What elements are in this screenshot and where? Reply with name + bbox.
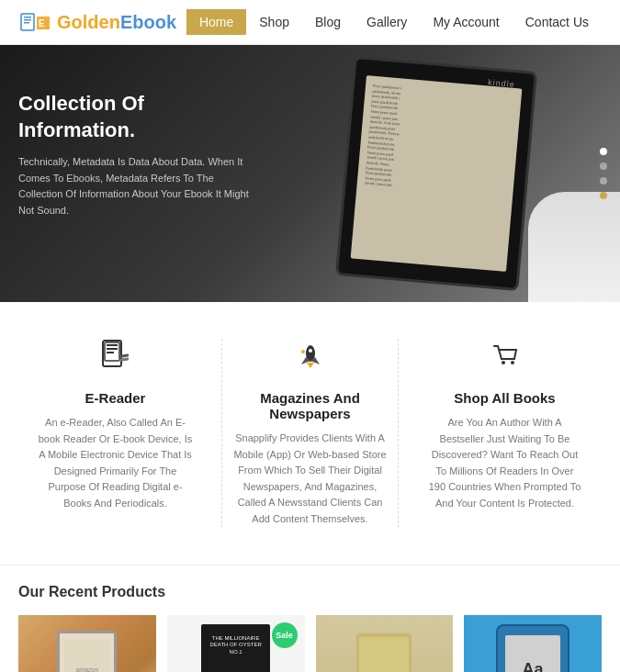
slider-dot-4[interactable] <box>600 192 607 199</box>
svg-point-19 <box>301 350 305 353</box>
feature-shop: Shop All Books Are You An Author With A … <box>417 339 592 528</box>
slider-dot-2[interactable] <box>600 162 607 170</box>
svg-rect-23 <box>359 637 409 672</box>
slider-dots[interactable] <box>600 148 607 199</box>
hero-description: Technically, Metadata Is Data About Data… <box>18 154 257 218</box>
recent-products-section: Our Recent Products amazon Sale THE MILL… <box>0 566 620 672</box>
product-book-cover: THE MILLIONAIRE DEATH OF OYSTER NO.1 TIM… <box>201 624 270 672</box>
nav-gallery[interactable]: Gallery <box>354 9 420 35</box>
nav-shop[interactable]: Shop <box>246 9 302 35</box>
font-label: Aa <box>523 660 544 672</box>
nav-my-account[interactable]: My Account <box>420 9 512 35</box>
feature-magazines: Magazines And Newspapers Snapplify Provi… <box>221 339 399 528</box>
svg-rect-8 <box>107 344 118 346</box>
amazon-label: amazon <box>75 666 98 672</box>
hero-text-block: Collection Of Information. Technically, … <box>18 91 257 219</box>
product-card-4[interactable]: Aa <box>464 615 602 672</box>
svg-point-17 <box>309 349 312 353</box>
ereader-icon <box>37 339 194 379</box>
nav-home[interactable]: Home <box>186 9 246 35</box>
product-ereader-screen: Aa <box>505 635 560 672</box>
svg-rect-10 <box>107 352 114 353</box>
shop-title: Shop All Books <box>426 390 583 406</box>
main-nav: Home Shop Blog Gallery My Account Contac… <box>186 9 602 35</box>
product-ereader-device: Aa <box>496 624 569 672</box>
kindle-text: Przez październik ipazdziernik. Strumprz… <box>365 84 514 198</box>
slider-dot-1[interactable] <box>600 148 607 155</box>
svg-point-20 <box>502 361 505 364</box>
product-card-1[interactable]: amazon <box>18 615 156 672</box>
svg-text:E: E <box>39 18 45 28</box>
product-book-title: THE MILLIONAIRE DEATH OF OYSTER NO.1 <box>209 635 263 656</box>
nav-contact-us[interactable]: Contact Us <box>513 9 602 35</box>
svg-rect-3 <box>24 19 31 21</box>
logo-text: GoldenEbook <box>57 12 176 33</box>
features-section: E-Reader An e-Reader, Also Called An E-b… <box>0 302 620 566</box>
magazines-icon <box>231 339 389 379</box>
product-kindle-device: amazon <box>57 631 117 672</box>
magazines-title: Magazines And Newspapers <box>231 390 389 421</box>
svg-rect-9 <box>107 348 118 350</box>
cup-decoration <box>528 192 620 302</box>
shop-desc: Are You An Author With A Bestseller Just… <box>426 415 583 512</box>
recent-products-title: Our Recent Products <box>18 584 602 600</box>
svg-rect-4 <box>24 22 29 24</box>
products-grid: amazon Sale THE MILLIONAIRE DEATH OF OYS… <box>18 615 602 672</box>
magazines-desc: Snapplify Provides Clients With A Mobile… <box>231 431 389 528</box>
slider-dot-3[interactable] <box>600 177 607 185</box>
ereader-desc: An e-Reader, Also Called An E-book Reade… <box>37 415 194 512</box>
hand-holding-device <box>316 615 454 672</box>
logo-icon: E <box>18 9 51 35</box>
kindle-screen: Przez październik ipazdziernik. Strumprz… <box>351 75 523 272</box>
feature-ereader: E-Reader An e-Reader, Also Called An E-b… <box>28 339 203 528</box>
product-kindle-screen: amazon <box>64 640 110 672</box>
svg-point-21 <box>511 361 514 364</box>
kindle-device-image: kindle Przez październik ipazdziernik. S… <box>335 56 537 292</box>
hero-banner: kindle Przez październik ipazdziernik. S… <box>0 45 620 302</box>
product-card-2[interactable]: Sale THE MILLIONAIRE DEATH OF OYSTER NO.… <box>167 615 305 672</box>
svg-rect-11 <box>112 365 116 367</box>
nav-blog[interactable]: Blog <box>302 9 354 35</box>
shop-icon <box>426 339 583 379</box>
svg-rect-2 <box>24 17 31 18</box>
sale-badge: Sale <box>272 622 298 648</box>
hero-title: Collection Of Information. <box>18 91 257 143</box>
hand-device-svg <box>333 624 434 672</box>
header: E GoldenEbook Home Shop Blog Gallery My … <box>0 0 620 45</box>
svg-marker-18 <box>307 363 314 368</box>
logo: E GoldenEbook <box>18 9 176 35</box>
ereader-title: E-Reader <box>37 390 194 406</box>
product-card-3[interactable] <box>316 615 454 672</box>
